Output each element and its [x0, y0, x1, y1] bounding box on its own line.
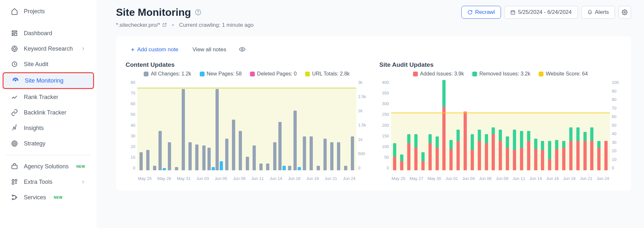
sidebar-item-label: Agency Solutions — [24, 163, 69, 170]
alerts-button[interactable]: Alerts — [581, 6, 615, 19]
legend-swatch — [305, 72, 310, 76]
monitoring-icon — [12, 77, 19, 84]
plus-icon — [130, 47, 135, 52]
legend-swatch — [200, 72, 205, 76]
date-range-picker[interactable]: 5/25/2024 - 6/24/2024 — [504, 6, 578, 19]
y-axis-right: 1009080706050403020100 — [610, 80, 621, 170]
legend-label: All Changes: 1.2k — [151, 71, 191, 77]
new-badge: NEW — [54, 195, 62, 199]
sidebar-item-services[interactable]: ServicesNEW — [3, 190, 94, 205]
content-updates-chart: Content Updates All Changes: 1.2kNew Pag… — [126, 61, 368, 181]
y-axis-left: 400350300250200150100500 — [380, 80, 391, 170]
svg-point-9 — [14, 143, 15, 144]
recrawl-button[interactable]: Recrawl — [461, 6, 501, 19]
dashboard-icon — [11, 30, 18, 37]
page-title: Site Monitoring — [116, 6, 191, 18]
services-icon — [11, 194, 18, 201]
legend-label: Removed Issues: 3.2k — [479, 71, 530, 77]
svg-rect-10 — [12, 165, 17, 169]
svg-rect-19 — [511, 11, 515, 14]
sidebar-item-agency-solutions[interactable]: Agency SolutionsNEW — [3, 159, 94, 174]
sidebar-item-keyword-research[interactable]: Keyword Research — [3, 41, 94, 56]
legend-item[interactable]: Removed Issues: 3.2k — [472, 71, 530, 77]
x-axis: May 25May 28May 31Jun 03Jun 05Jun 08Jun … — [126, 173, 368, 181]
external-link-icon — [162, 23, 167, 27]
sidebar-item-label: Rank Tracker — [24, 94, 58, 101]
eye-icon — [239, 46, 245, 53]
svg-rect-13 — [12, 183, 14, 184]
legend-item[interactable]: Website Score: 64 — [539, 71, 588, 77]
svg-point-14 — [12, 195, 14, 196]
sidebar-item-label: Services — [24, 194, 46, 201]
legend-swatch — [250, 72, 255, 76]
legend-item[interactable]: Added Issues: 3.9k — [413, 71, 464, 77]
legend-swatch — [144, 72, 149, 76]
sidebar-item-strategy[interactable]: Strategy — [3, 136, 94, 151]
sidebar-item-site-audit[interactable]: Site Audit — [3, 57, 94, 72]
y-axis-left: 80706050403020100 — [126, 80, 137, 170]
legend-item[interactable]: Deleted Pages: 0 — [250, 71, 297, 77]
legend-label: Added Issues: 3.9k — [420, 71, 464, 77]
sidebar-item-rank-tracker[interactable]: Rank Tracker — [3, 90, 94, 104]
refresh-icon — [467, 10, 473, 15]
gear-icon — [622, 9, 628, 15]
sidebar-item-label: Backlink Tracker — [24, 109, 66, 116]
svg-rect-11 — [12, 180, 14, 182]
sidebar-item-label: Strategy — [24, 140, 45, 147]
charts-card: Add custom note View all notes Content U… — [116, 36, 631, 191]
sidebar-item-insights[interactable]: Insights — [3, 121, 94, 135]
audit-icon — [11, 61, 18, 68]
x-axis: May 25May 27May 30Jun 01Jun 04Jun 06Jun … — [380, 173, 622, 181]
rank-icon — [11, 94, 18, 101]
sidebar-item-label: Extra Tools — [24, 179, 53, 185]
sidebar-item-label: Site Audit — [24, 61, 48, 68]
sidebar-item-dashboard[interactable]: Dashboard — [3, 26, 94, 41]
sidebar-item-backlink-tracker[interactable]: Backlink Tracker — [3, 105, 94, 120]
insights-icon — [11, 124, 18, 132]
y-axis-right: 3k2.5k2k1.5k1k5000 — [356, 80, 368, 170]
legend-item[interactable]: URL Totals: 2.8k — [305, 71, 350, 77]
chart-plot-area[interactable] — [391, 80, 610, 170]
svg-rect-0 — [12, 31, 17, 32]
view-all-notes-button[interactable]: View all notes — [188, 44, 231, 55]
legend-label: New Pages: 58 — [207, 71, 242, 77]
sidebar-item-label: Site Monitoring — [25, 77, 63, 84]
svg-rect-2 — [14, 33, 17, 35]
sidebar-item-site-monitoring[interactable]: Site Monitoring — [3, 72, 94, 89]
svg-point-15 — [16, 197, 17, 198]
new-badge: NEW — [76, 164, 85, 168]
svg-point-16 — [12, 199, 14, 200]
sidebar: Projects DashboardKeyword ResearchSite A… — [0, 0, 97, 228]
chart-plot-area[interactable] — [137, 80, 356, 170]
legend-item[interactable]: New Pages: 58 — [200, 71, 242, 77]
sidebar-item-projects[interactable]: Projects — [3, 4, 94, 19]
keyword-icon — [11, 45, 18, 52]
sidebar-item-label: Dashboard — [24, 30, 52, 37]
strategy-icon — [11, 140, 18, 147]
svg-point-21 — [242, 48, 243, 50]
settings-button[interactable] — [618, 6, 631, 19]
legend-swatch — [472, 72, 477, 76]
legend-item[interactable]: All Changes: 1.2k — [144, 71, 191, 77]
visibility-toggle[interactable] — [236, 45, 249, 55]
legend-swatch — [413, 72, 418, 76]
bell-icon — [587, 10, 592, 15]
svg-rect-12 — [15, 180, 17, 182]
legend-label: URL Totals: 2.8k — [312, 71, 350, 77]
svg-point-4 — [13, 47, 15, 50]
legend-label: Deleted Pages: 0 — [257, 71, 297, 77]
home-icon — [11, 8, 18, 15]
help-icon[interactable] — [195, 9, 201, 15]
domain-pattern[interactable]: *.sitechecker.pro/* — [116, 22, 167, 28]
svg-rect-1 — [12, 33, 14, 35]
svg-point-20 — [624, 12, 626, 13]
legend-label: Website Score: 64 — [546, 71, 588, 77]
backlink-icon — [11, 109, 18, 116]
crawl-status: Current crawling: 1 minute ago — [179, 22, 254, 28]
sidebar-item-label: Insights — [24, 125, 44, 132]
sidebar-item-extra-tools[interactable]: Extra Tools — [3, 174, 94, 189]
calendar-icon — [510, 10, 515, 15]
svg-point-3 — [12, 46, 17, 52]
agency-icon — [11, 163, 18, 170]
add-custom-note-button[interactable]: Add custom note — [126, 44, 183, 55]
